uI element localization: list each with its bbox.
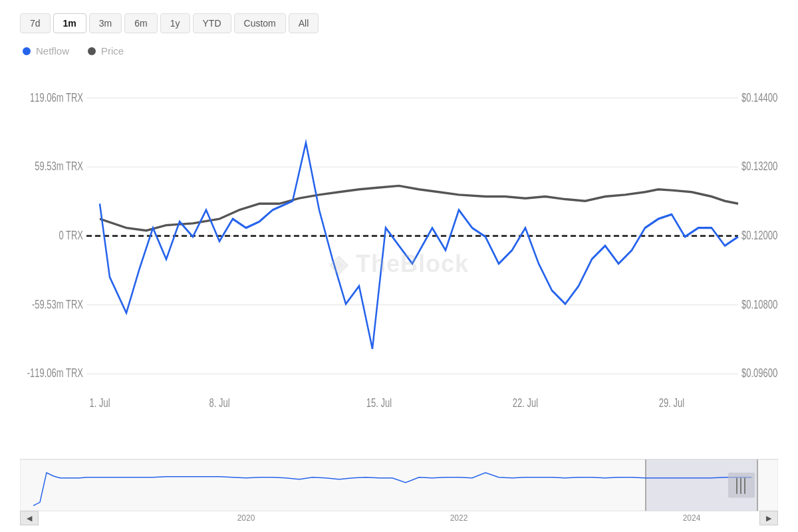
- price-dot: [88, 47, 96, 55]
- time-range-controls: 7d 1m 3m 6m 1y YTD Custom All: [20, 13, 778, 33]
- scroll-left-button[interactable]: ◀: [20, 511, 39, 525]
- svg-text:59.53m TRX: 59.53m TRX: [35, 160, 83, 173]
- btn-7d[interactable]: 7d: [20, 13, 51, 33]
- price-label: Price: [101, 45, 124, 57]
- chart-legend: Netflow Price: [20, 45, 778, 57]
- legend-netflow: Netflow: [23, 45, 69, 57]
- netflow-line: [100, 143, 738, 349]
- netflow-dot: [23, 47, 31, 55]
- svg-text:2020: 2020: [237, 513, 255, 523]
- main-chart-svg: 119.06m TRX 59.53m TRX 0 TRX -59.53m TRX…: [20, 71, 778, 456]
- svg-text:0 TRX: 0 TRX: [59, 229, 83, 241]
- svg-text:2022: 2022: [450, 513, 468, 523]
- svg-rect-24: [757, 460, 758, 511]
- svg-text:-59.53m TRX: -59.53m TRX: [32, 298, 83, 311]
- navigator-container: 2020 2022 2024 ◀ ▶: [20, 459, 778, 525]
- svg-text:8. Jul: 8. Jul: [209, 396, 229, 409]
- price-line: [100, 186, 738, 230]
- btn-custom[interactable]: Custom: [234, 13, 286, 33]
- main-container: 7d 1m 3m 6m 1y YTD Custom All Netflow Pr…: [0, 0, 798, 532]
- main-chart: ◈ TheBlock 119.06m TRX 59.53m TRX 0 TRX …: [20, 71, 778, 456]
- svg-text:22. Jul: 22. Jul: [513, 396, 538, 409]
- svg-text:29. Jul: 29. Jul: [659, 396, 684, 409]
- svg-rect-23: [645, 460, 646, 511]
- svg-text:$0.144000: $0.144000: [741, 91, 778, 104]
- svg-text:1. Jul: 1. Jul: [89, 396, 110, 409]
- svg-text:$0.132000: $0.132000: [741, 160, 778, 173]
- netflow-label: Netflow: [36, 45, 69, 57]
- svg-text:$0.096000: $0.096000: [741, 367, 778, 380]
- svg-text:$0.108000: $0.108000: [741, 298, 778, 311]
- svg-text:2024: 2024: [683, 513, 701, 523]
- btn-all[interactable]: All: [289, 13, 319, 33]
- svg-text:119.06m TRX: 119.06m TRX: [30, 91, 83, 104]
- btn-6m[interactable]: 6m: [124, 13, 157, 33]
- btn-3m[interactable]: 3m: [89, 13, 122, 33]
- btn-1m[interactable]: 1m: [53, 13, 86, 33]
- svg-text:-119.06m TRX: -119.06m TRX: [27, 367, 83, 380]
- scroll-right-button[interactable]: ▶: [759, 511, 778, 525]
- chart-section: ◈ TheBlock 119.06m TRX 59.53m TRX 0 TRX …: [20, 71, 778, 525]
- btn-1y[interactable]: 1y: [160, 13, 190, 33]
- legend-price: Price: [88, 45, 124, 57]
- navigator-svg: 2020 2022 2024: [20, 460, 778, 525]
- svg-text:15. Jul: 15. Jul: [366, 396, 392, 409]
- svg-text:$0.120000: $0.120000: [741, 229, 778, 241]
- btn-ytd[interactable]: YTD: [193, 13, 231, 33]
